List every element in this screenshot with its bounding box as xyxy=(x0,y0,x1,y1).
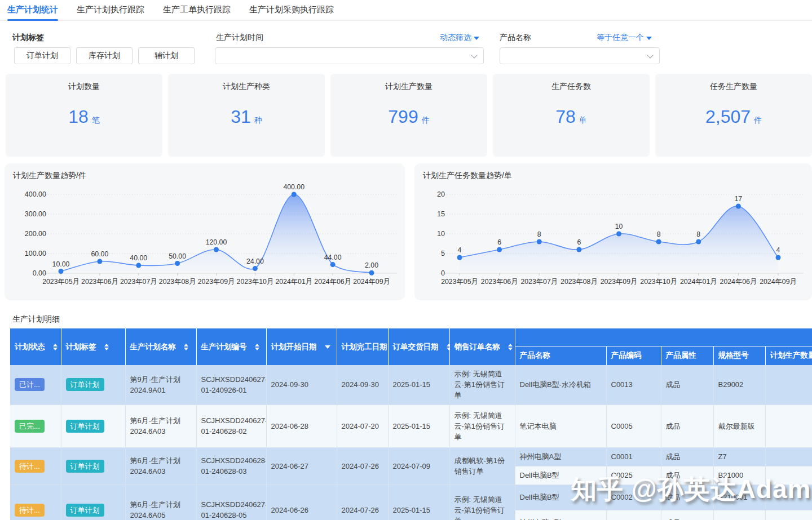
equals-any-link[interactable]: 等于任意一个 xyxy=(597,33,652,43)
cell-plan-no: SCJHXSDD240627-01-240926-01 xyxy=(196,365,266,405)
status-badge: 待计... xyxy=(15,460,45,473)
kpi-value: 31 xyxy=(231,106,251,127)
cell-sales-order: 成都帆软-第1份销售订单 xyxy=(449,447,515,485)
col-header-start-date[interactable]: 计划开始日期 xyxy=(266,328,337,365)
svg-text:2023年08月: 2023年08月 xyxy=(159,278,196,286)
col-header-plan-no[interactable]: 生产计划编号 xyxy=(196,328,266,365)
svg-text:200.00: 200.00 xyxy=(25,230,46,238)
kpi-plan-production-qty: 计划生产数量 799件 xyxy=(330,74,487,157)
cell-plan-prod-qty xyxy=(765,447,812,466)
svg-text:2023年05月: 2023年05月 xyxy=(42,278,80,286)
svg-text:2023年09月: 2023年09月 xyxy=(198,278,235,286)
cell-sales-order: 示例: 无锡简道云-第1份销售订单 xyxy=(449,405,515,447)
col-header-product-name[interactable]: 产品名称 xyxy=(515,346,606,365)
plan-time-label: 生产计划时间 xyxy=(216,33,263,43)
plan-tag-button-order[interactable]: 订单计划 xyxy=(14,47,70,64)
svg-text:20: 20 xyxy=(437,190,445,198)
col-header-product-attr[interactable]: 产品属性 xyxy=(661,346,713,365)
task-qty-trend-chart: 051015202023年05月2023年06月2023年07月2023年08月… xyxy=(414,182,809,295)
svg-text:2023年05月: 2023年05月 xyxy=(441,278,478,286)
kpi-title: 任务生产数量 xyxy=(655,82,812,92)
col-header-plan-prod-qty[interactable]: 计划生产数量 xyxy=(765,346,812,365)
col-header-plan-name[interactable]: 生产计划名称 xyxy=(125,328,196,365)
col-header-spec-model[interactable]: 规格型号 xyxy=(713,346,765,365)
product-name-label: 产品名称 xyxy=(500,33,531,43)
svg-text:8: 8 xyxy=(657,230,661,238)
dynamic-filter-link-text: 动态筛选 xyxy=(440,33,471,43)
cell-spec-model: Z7 xyxy=(713,447,765,466)
cell-product-attr: 成品 xyxy=(661,405,713,447)
product-name-select[interactable] xyxy=(500,47,660,64)
kpi-unit: 件 xyxy=(422,115,430,126)
cell-plan-status: 待计... xyxy=(10,485,61,520)
table-row[interactable]: 已完... 订单计划 第6月-生产计划 2024.6A03 SCJHXSDD24… xyxy=(10,405,812,447)
kpi-value: 799 xyxy=(388,106,418,127)
tab-plan-execution-tracking[interactable]: 生产计划执行跟踪 xyxy=(77,0,144,21)
cell-plan-prod-qty xyxy=(765,365,812,405)
svg-text:44.00: 44.00 xyxy=(324,254,342,261)
sort-icon[interactable] xyxy=(447,344,450,350)
sort-desc-icon[interactable] xyxy=(325,345,330,349)
tag-badge: 订单计划 xyxy=(66,504,104,517)
svg-text:2.00: 2.00 xyxy=(365,261,378,269)
cell-product-name: 神州电脑A型 xyxy=(515,447,606,466)
cell-start-date: 2024-06-28 xyxy=(266,405,337,447)
cell-spec-model: B29002 xyxy=(713,365,765,405)
col-header-sales-order[interactable]: 销售订单名称 xyxy=(449,328,515,365)
sort-icon[interactable] xyxy=(104,344,109,350)
col-header-plan-tag[interactable]: 计划标签 xyxy=(61,328,125,365)
cell-plan-status: 已完... xyxy=(10,405,61,447)
svg-text:50.00: 50.00 xyxy=(169,252,186,260)
sort-icon[interactable] xyxy=(255,344,259,350)
svg-text:2024年01月: 2024年01月 xyxy=(275,278,312,286)
plan-time-select[interactable] xyxy=(215,47,484,64)
col-header-finish-date[interactable]: 计划完工日期 xyxy=(337,328,388,365)
cell-sales-order: 示例: 无锡简道云-第1份销售订单 xyxy=(449,485,515,520)
cell-sales-order: 示例: 无锡简道云-第1份销售订单 xyxy=(449,365,515,405)
sort-icon[interactable] xyxy=(508,344,513,350)
tab-plan-purchase-tracking[interactable]: 生产计划采购执行跟踪 xyxy=(249,0,334,21)
col-header-plan-status[interactable]: 计划状态 xyxy=(10,328,61,365)
production-planning-dashboard: 生产计划统计 生产计划执行跟踪 生产工单执行跟踪 生产计划采购执行跟踪 计划标签… xyxy=(0,0,812,520)
plan-tag-button-aux[interactable]: 辅计划 xyxy=(138,47,195,64)
svg-text:4: 4 xyxy=(776,246,780,254)
tab-production-plan-stats[interactable]: 生产计划统计 xyxy=(7,0,58,21)
task-qty-trend-panel: 计划生产任务数量趋势/单 051015202023年05月2023年06月202… xyxy=(414,163,812,300)
svg-text:24.00: 24.00 xyxy=(246,257,264,265)
plan-tag-label: 计划标签 xyxy=(12,33,44,43)
svg-text:300.00: 300.00 xyxy=(25,210,46,218)
cell-plan-name: 第6月-生产计划 2024.6A03 xyxy=(125,447,196,485)
table-row[interactable]: 已计... 订单计划 第9月-生产计划 2024.9A01 SCJHXSDD24… xyxy=(10,365,812,405)
sort-icon[interactable] xyxy=(184,344,188,350)
cell-finish-date: 2024-07-20 xyxy=(337,405,388,447)
cell-finish-date: 2024-07-26 xyxy=(337,485,388,520)
svg-text:2023年08月: 2023年08月 xyxy=(561,278,598,286)
watermark: 知乎 @孙英达Adam xyxy=(571,472,811,507)
table-row[interactable]: 待计... 订单计划 第6月-生产计划 2024.6A03 SCJHXSDD24… xyxy=(10,447,812,466)
svg-text:2023年07月: 2023年07月 xyxy=(120,278,157,286)
svg-text:100.00: 100.00 xyxy=(25,250,46,257)
product-group-header xyxy=(515,328,812,346)
svg-text:8: 8 xyxy=(696,230,700,238)
sort-icon[interactable] xyxy=(53,344,58,350)
kpi-title: 计划数量 xyxy=(6,82,162,92)
kpi-value: 18 xyxy=(68,106,89,127)
col-header-product-code[interactable]: 产品编码 xyxy=(606,346,661,365)
kpi-value: 78 xyxy=(555,106,576,127)
dynamic-filter-link[interactable]: 动态筛选 xyxy=(440,33,479,43)
tab-work-order-tracking[interactable]: 生产工单执行跟踪 xyxy=(163,0,231,21)
cell-plan-prod-qty xyxy=(765,405,812,447)
kpi-row: 计划数量 18笔 计划生产种类 31种 计划生产数量 799件 生产任务数 78… xyxy=(6,74,812,157)
svg-text:10: 10 xyxy=(437,230,445,238)
plan-tag-button-stock[interactable]: 库存计划 xyxy=(76,47,133,64)
svg-text:120.00: 120.00 xyxy=(206,238,227,246)
cell-delivery-date: 2025-01-15 xyxy=(388,405,449,447)
col-header-delivery-date[interactable]: 订单交货日期 xyxy=(388,328,449,365)
cell-plan-no: SCJHXSDD240627-01-240628-05 xyxy=(196,485,266,520)
kpi-unit: 种 xyxy=(254,115,262,126)
cell-spec-model: Z7 xyxy=(713,510,765,520)
chart-title: 计划生产数量趋势/件 xyxy=(5,163,405,181)
svg-text:400.00: 400.00 xyxy=(25,190,46,198)
tag-badge: 订单计划 xyxy=(66,378,104,391)
cell-plan-name: 第6月-生产计划 2024.6A03 xyxy=(125,405,196,447)
